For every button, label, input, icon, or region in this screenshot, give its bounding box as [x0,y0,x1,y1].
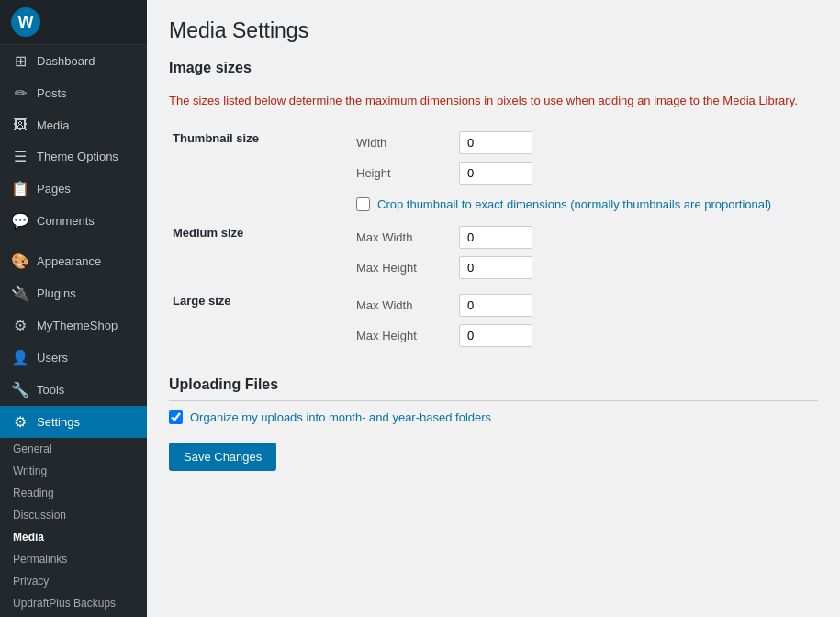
settings-table: Thumbnail size Width Height Crop thumbna… [169,124,818,354]
thumbnail-fields: Width Height Crop thumbnail to exact dim… [353,124,818,219]
sidebar-item-tools[interactable]: 🔧 Tools [0,374,147,406]
sidebar-item-label: Plugins [37,286,76,300]
sidebar-item-posts[interactable]: ✏ Posts [0,77,147,109]
large-maxwidth-input[interactable] [459,294,532,317]
submenu-updraftplus[interactable]: UpdraftPlus Backups [0,592,147,614]
sidebar-item-plugins[interactable]: 🔌 Plugins [0,277,147,309]
large-fields: Max Width Max Height [353,286,818,354]
sidebar-item-mythemeshop[interactable]: ⚙ MyThemeShop [0,309,147,342]
medium-maxheight-label: Max Height [356,261,448,275]
submenu-discussion[interactable]: Discussion [0,504,147,526]
sidebar-item-label: Comments [37,214,95,228]
medium-maxwidth-input[interactable] [459,226,532,249]
sidebar-item-appearance[interactable]: 🎨 Appearance [0,245,147,277]
crop-label: Crop thumbnail to exact dimensions (norm… [377,197,771,211]
site-logo: W [0,0,147,45]
thumbnail-row: Thumbnail size Width Height Crop thumbna… [169,124,818,219]
settings-icon: ⚙ [11,413,29,431]
submenu-privacy[interactable]: Privacy [0,570,147,592]
large-maxwidth-label: Max Width [356,298,448,312]
dashboard-icon: ⊞ [11,52,29,70]
sidebar-item-label: Settings [37,415,80,429]
upload-section: Organize my uploads into month- and year… [169,410,818,424]
sidebar-item-users[interactable]: 👤 Users [0,342,147,374]
sidebar-item-label: Pages [37,182,71,196]
users-icon: 👤 [11,349,29,366]
mythemeshop-icon: ⚙ [11,317,29,334]
crop-row: Crop thumbnail to exact dimensions (norm… [356,197,814,211]
thumbnail-width-label: Width [356,136,448,150]
sidebar: W ⊞ Dashboard ✏ Posts 🖼 Media ☰ Theme Op… [0,0,147,617]
thumbnail-width-row: Width [356,131,814,154]
thumbnail-width-input[interactable] [459,131,532,154]
large-maxheight-row: Max Height [356,324,814,347]
submenu-media[interactable]: Media [0,526,147,548]
medium-field-group: Max Width Max Height [356,226,814,279]
upload-row: Organize my uploads into month- and year… [169,410,818,424]
large-label: Large size [169,286,353,354]
sidebar-item-theme-options[interactable]: ☰ Theme Options [0,140,147,173]
sidebar-item-label: Theme Options [37,150,118,163]
thumbnail-field-group: Width Height Crop thumbnail to exact dim… [356,131,814,211]
medium-fields: Max Width Max Height [353,219,818,286]
save-button[interactable]: Save Changes [169,443,276,471]
large-maxheight-label: Max Height [356,329,448,342]
large-row: Large size Max Width Max Height [169,286,818,354]
medium-row: Medium size Max Width Max Height [169,219,818,286]
sidebar-item-label: Appearance [37,254,101,268]
posts-icon: ✏ [11,84,29,102]
crop-checkbox[interactable] [356,197,370,211]
thumbnail-height-label: Height [356,166,448,180]
info-text: The sizes listed below determine the max… [169,94,818,107]
sidebar-item-label: Tools [37,383,64,397]
media-icon: 🖼 [11,117,29,133]
submenu-reading[interactable]: Reading [0,482,147,504]
tools-icon: 🔧 [11,381,29,398]
upload-checkbox[interactable] [169,410,183,424]
large-maxheight-input[interactable] [459,324,532,347]
medium-maxheight-row: Max Height [356,256,814,279]
medium-maxwidth-label: Max Width [356,230,448,244]
sidebar-item-comments[interactable]: 💬 Comments [0,205,147,237]
thumbnail-label: Thumbnail size [169,124,353,219]
submenu-permalinks[interactable]: Permalinks [0,548,147,570]
sidebar-item-pages[interactable]: 📋 Pages [0,173,147,205]
theme-options-icon: ☰ [11,148,29,165]
medium-label: Medium size [169,219,353,286]
image-sizes-title: Image sizes [169,60,818,84]
page-title: Media Settings [169,18,818,43]
thumbnail-height-input[interactable] [459,162,532,185]
large-field-group: Max Width Max Height [356,294,814,347]
sidebar-item-label: Media [37,118,69,132]
sidebar-item-label: MyThemeShop [37,319,118,332]
wordpress-icon: W [11,7,40,37]
sidebar-item-media[interactable]: 🖼 Media [0,109,147,140]
main-content: Media Settings Image sizes The sizes lis… [147,0,840,617]
pages-icon: 📋 [11,180,29,197]
plugins-icon: 🔌 [11,285,29,302]
comments-icon: 💬 [11,212,29,230]
uploading-title: Uploading Files [169,376,818,401]
medium-maxheight-input[interactable] [459,256,532,279]
upload-label: Organize my uploads into month- and year… [190,410,491,424]
submenu-general[interactable]: General [0,438,147,460]
sidebar-item-label: Dashboard [37,54,95,68]
sidebar-item-label: Posts [37,86,67,100]
submenu-writing[interactable]: Writing [0,460,147,482]
sidebar-item-dashboard[interactable]: ⊞ Dashboard [0,45,147,77]
appearance-icon: 🎨 [11,252,29,270]
sidebar-item-settings[interactable]: ⚙ Settings [0,406,147,438]
thumbnail-height-row: Height [356,162,814,185]
large-maxwidth-row: Max Width [356,294,814,317]
sidebar-item-label: Users [37,351,68,365]
medium-maxwidth-row: Max Width [356,226,814,249]
